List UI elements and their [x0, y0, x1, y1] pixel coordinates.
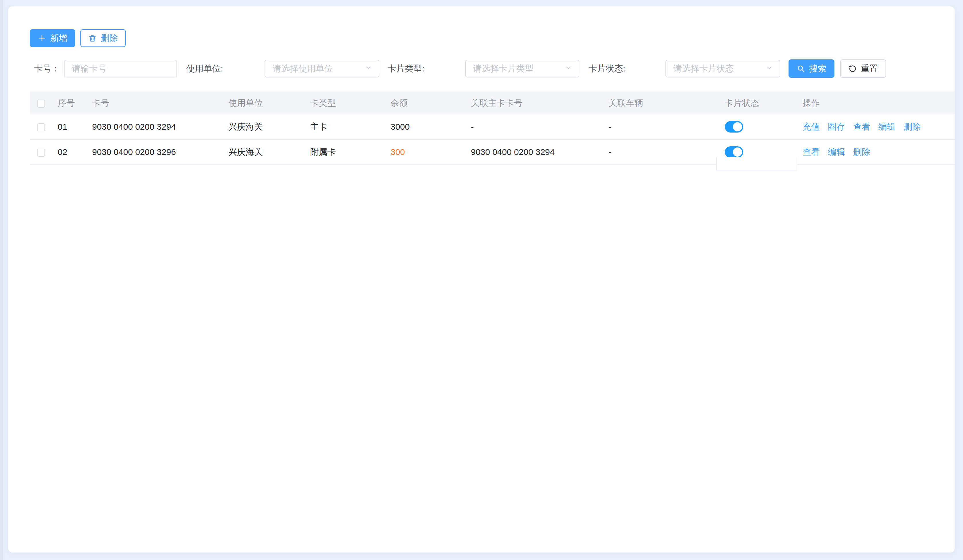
column-header-index: 序号: [52, 92, 86, 115]
action-view-link[interactable]: 查看: [802, 147, 820, 157]
table-header-row: 序号 卡号 使用单位 卡类型 余额 关联主卡卡号 关联车辆 卡片状态 操作: [30, 92, 955, 115]
cell-balance: 300: [385, 139, 465, 165]
column-header-card-status: 卡片状态: [716, 92, 797, 115]
reset-button-label: 重置: [861, 64, 878, 73]
cell-use-unit: 兴庆海关: [223, 139, 305, 165]
cell-vehicle: -: [603, 139, 716, 165]
cell-vehicle: -: [603, 115, 716, 139]
delete-button-label: 删除: [101, 34, 118, 42]
action-delete-link[interactable]: 删除: [904, 122, 921, 131]
search-button-label: 搜索: [809, 64, 827, 73]
column-header-main-card: 关联主卡卡号: [465, 92, 603, 115]
content-card: 新增 删除 卡号： 使用单位: 请选择使用单位 卡片类型: 请选择卡片类型 卡片…: [8, 6, 955, 553]
card-status-toggle[interactable]: [725, 146, 743, 158]
cell-card-no: 9030 0400 0200 3296: [86, 139, 223, 165]
card-no-input[interactable]: [64, 60, 177, 78]
cell-actions: 充值圈存查看编辑删除: [797, 115, 955, 139]
column-header-card-no: 卡号: [86, 92, 223, 115]
card-status-select-placeholder: 请选择卡片状态: [673, 63, 734, 74]
card-status-filter-label: 卡片状态:: [588, 60, 625, 78]
row-checkbox[interactable]: [37, 123, 45, 131]
use-unit-select[interactable]: 请选择使用单位: [264, 60, 379, 78]
row-checkbox[interactable]: [37, 149, 45, 157]
toggle-knob: [733, 122, 742, 131]
cell-card-type: 主卡: [305, 115, 385, 139]
select-all-checkbox[interactable]: [37, 100, 45, 108]
cards-table: 序号 卡号 使用单位 卡类型 余额 关联主卡卡号 关联车辆 卡片状态 操作 01…: [30, 92, 955, 165]
add-button[interactable]: 新增: [30, 29, 75, 47]
column-header-card-type: 卡类型: [305, 92, 385, 115]
card-no-filter-label: 卡号：: [34, 60, 60, 78]
cell-card-type: 附属卡: [305, 139, 385, 165]
cell-index: 02: [52, 139, 86, 165]
delete-button[interactable]: 删除: [80, 29, 126, 47]
cell-main-card: -: [465, 115, 603, 139]
chevron-down-icon: [564, 64, 572, 74]
use-unit-select-placeholder: 请选择使用单位: [272, 63, 333, 74]
cell-main-card: 9030 0400 0200 3294: [465, 139, 603, 165]
plus-icon: [37, 34, 46, 42]
add-button-label: 新增: [50, 34, 67, 42]
search-icon: [796, 64, 805, 73]
action-recharge-link[interactable]: 充值: [802, 122, 820, 131]
table-row: 01 9030 0400 0200 3294 兴庆海关 主卡 3000 - - …: [30, 115, 955, 139]
use-unit-filter-label: 使用单位:: [186, 60, 223, 78]
table-row: 02 9030 0400 0200 3296 兴庆海关 附属卡 300 9030…: [30, 139, 955, 165]
chevron-down-icon: [365, 64, 373, 74]
action-load-link[interactable]: 圈存: [828, 122, 845, 131]
search-button[interactable]: 搜索: [788, 59, 835, 78]
column-header-use-unit: 使用单位: [223, 92, 305, 115]
cell-balance: 3000: [385, 115, 465, 139]
reset-button[interactable]: 重置: [840, 59, 886, 78]
card-type-select[interactable]: 请选择卡片类型: [465, 60, 579, 78]
toggle-knob: [733, 147, 742, 157]
fixed-column-patch: [716, 157, 797, 170]
card-status-select[interactable]: 请选择卡片状态: [665, 60, 780, 78]
card-type-select-placeholder: 请选择卡片类型: [473, 63, 533, 74]
cell-use-unit: 兴庆海关: [223, 115, 305, 139]
cell-actions: 查看编辑删除: [797, 139, 955, 165]
card-status-toggle[interactable]: [725, 121, 743, 133]
reset-icon: [848, 64, 857, 73]
column-header-balance: 余额: [385, 92, 465, 115]
action-edit-link[interactable]: 编辑: [878, 122, 896, 131]
cell-card-no: 9030 0400 0200 3294: [86, 115, 223, 139]
chevron-down-icon: [765, 64, 773, 74]
card-type-filter-label: 卡片类型:: [387, 60, 425, 78]
cell-index: 01: [52, 115, 86, 139]
action-edit-link[interactable]: 编辑: [828, 147, 845, 157]
action-view-link[interactable]: 查看: [853, 122, 870, 131]
column-header-vehicle: 关联车辆: [603, 92, 716, 115]
trash-icon: [88, 34, 97, 42]
column-header-actions: 操作: [797, 92, 955, 115]
page-left-edge: [0, 0, 3, 560]
action-delete-link[interactable]: 删除: [853, 147, 870, 157]
